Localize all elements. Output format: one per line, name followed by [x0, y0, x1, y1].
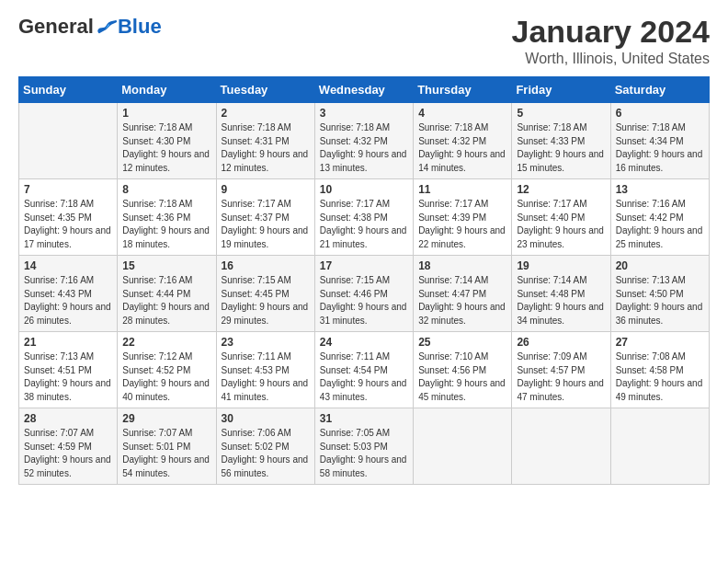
day-info: Sunrise: 7:17 AMSunset: 4:40 PMDaylight:… [517, 198, 605, 251]
calendar-cell: 20Sunrise: 7:13 AMSunset: 4:50 PMDayligh… [610, 256, 709, 332]
logo-general: General [18, 15, 94, 39]
day-info: Sunrise: 7:13 AMSunset: 4:50 PMDaylight:… [616, 274, 704, 327]
logo: General Blue [18, 15, 162, 39]
day-info: Sunrise: 7:18 AMSunset: 4:32 PMDaylight:… [418, 121, 506, 175]
day-info: Sunrise: 7:18 AMSunset: 4:30 PMDaylight:… [122, 121, 210, 175]
calendar-cell: 10Sunrise: 7:17 AMSunset: 4:38 PMDayligh… [314, 179, 413, 256]
day-number: 21 [24, 336, 112, 349]
day-info: Sunrise: 7:06 AMSunset: 5:02 PMDaylight:… [222, 427, 310, 480]
day-info: Sunrise: 7:16 AMSunset: 4:44 PMDaylight:… [122, 274, 210, 327]
calendar-container: General Blue January 2024 Worth, Illinoi… [0, 0, 728, 494]
day-info: Sunrise: 7:12 AMSunset: 4:52 PMDaylight:… [122, 350, 210, 404]
day-number: 29 [122, 412, 210, 425]
calendar-cell [512, 408, 610, 485]
day-info: Sunrise: 7:16 AMSunset: 4:42 PMDaylight:… [616, 198, 704, 251]
calendar-cell: 29Sunrise: 7:07 AMSunset: 5:01 PMDayligh… [118, 408, 216, 485]
calendar-cell: 30Sunrise: 7:06 AMSunset: 5:02 PMDayligh… [216, 408, 314, 485]
day-number: 5 [517, 107, 605, 120]
day-number: 9 [222, 183, 310, 196]
day-number: 4 [418, 107, 506, 120]
day-info: Sunrise: 7:17 AMSunset: 4:37 PMDaylight:… [222, 198, 310, 251]
calendar-cell: 2Sunrise: 7:18 AMSunset: 4:31 PMDaylight… [216, 103, 314, 179]
calendar-week-4: 21Sunrise: 7:13 AMSunset: 4:51 PMDayligh… [19, 332, 710, 408]
weekday-header-sunday: Sunday [19, 77, 118, 103]
day-number: 8 [122, 183, 210, 196]
calendar-cell [19, 103, 118, 179]
day-number: 15 [122, 259, 210, 272]
day-info: Sunrise: 7:18 AMSunset: 4:35 PMDaylight:… [24, 198, 112, 251]
day-number: 14 [24, 259, 112, 272]
calendar-cell: 13Sunrise: 7:16 AMSunset: 4:42 PMDayligh… [610, 179, 709, 256]
day-number: 18 [418, 259, 506, 272]
day-info: Sunrise: 7:07 AMSunset: 5:01 PMDaylight:… [122, 427, 210, 480]
calendar-cell: 11Sunrise: 7:17 AMSunset: 4:39 PMDayligh… [414, 179, 512, 256]
day-number: 23 [222, 336, 310, 349]
calendar-cell: 5Sunrise: 7:18 AMSunset: 4:33 PMDaylight… [512, 103, 610, 179]
calendar-cell: 9Sunrise: 7:17 AMSunset: 4:37 PMDaylight… [216, 179, 314, 256]
day-number: 28 [24, 412, 112, 425]
day-info: Sunrise: 7:15 AMSunset: 4:46 PMDaylight:… [320, 274, 408, 327]
weekday-header-saturday: Saturday [610, 77, 709, 103]
day-number: 25 [418, 336, 506, 349]
calendar-cell: 12Sunrise: 7:17 AMSunset: 4:40 PMDayligh… [512, 179, 610, 256]
day-info: Sunrise: 7:18 AMSunset: 4:36 PMDaylight:… [122, 198, 210, 251]
day-number: 20 [616, 259, 704, 272]
weekday-header-thursday: Thursday [414, 77, 512, 103]
calendar-cell: 26Sunrise: 7:09 AMSunset: 4:57 PMDayligh… [512, 332, 610, 408]
weekday-header-tuesday: Tuesday [216, 77, 314, 103]
weekday-header-wednesday: Wednesday [314, 77, 413, 103]
day-info: Sunrise: 7:10 AMSunset: 4:56 PMDaylight:… [418, 350, 506, 404]
calendar-cell: 7Sunrise: 7:18 AMSunset: 4:35 PMDaylight… [19, 179, 118, 256]
calendar-cell: 15Sunrise: 7:16 AMSunset: 4:44 PMDayligh… [118, 256, 216, 332]
calendar-cell: 8Sunrise: 7:18 AMSunset: 4:36 PMDaylight… [118, 179, 216, 256]
calendar-cell: 3Sunrise: 7:18 AMSunset: 4:32 PMDaylight… [314, 103, 413, 179]
calendar-cell: 21Sunrise: 7:13 AMSunset: 4:51 PMDayligh… [19, 332, 118, 408]
calendar-cell [414, 408, 512, 485]
logo-bird-icon [96, 18, 118, 35]
day-info: Sunrise: 7:08 AMSunset: 4:58 PMDaylight:… [616, 350, 704, 404]
calendar-cell: 19Sunrise: 7:14 AMSunset: 4:48 PMDayligh… [512, 256, 610, 332]
day-info: Sunrise: 7:16 AMSunset: 4:43 PMDaylight:… [24, 274, 112, 327]
day-number: 7 [24, 183, 112, 196]
day-number: 6 [616, 107, 704, 120]
day-number: 22 [122, 336, 210, 349]
day-number: 17 [320, 259, 408, 272]
day-number: 2 [222, 107, 310, 120]
day-info: Sunrise: 7:13 AMSunset: 4:51 PMDaylight:… [24, 350, 112, 404]
calendar-cell: 31Sunrise: 7:05 AMSunset: 5:03 PMDayligh… [314, 408, 413, 485]
weekday-header-monday: Monday [118, 77, 216, 103]
day-info: Sunrise: 7:18 AMSunset: 4:31 PMDaylight:… [222, 121, 310, 175]
day-info: Sunrise: 7:09 AMSunset: 4:57 PMDaylight:… [517, 350, 605, 404]
day-number: 24 [320, 336, 408, 349]
calendar-cell: 6Sunrise: 7:18 AMSunset: 4:34 PMDaylight… [610, 103, 709, 179]
day-info: Sunrise: 7:07 AMSunset: 4:59 PMDaylight:… [24, 427, 112, 480]
day-info: Sunrise: 7:17 AMSunset: 4:39 PMDaylight:… [418, 198, 506, 251]
day-info: Sunrise: 7:17 AMSunset: 4:38 PMDaylight:… [320, 198, 408, 251]
day-number: 12 [517, 183, 605, 196]
day-number: 30 [222, 412, 310, 425]
calendar-cell: 14Sunrise: 7:16 AMSunset: 4:43 PMDayligh… [19, 256, 118, 332]
calendar-cell: 18Sunrise: 7:14 AMSunset: 4:47 PMDayligh… [414, 256, 512, 332]
day-info: Sunrise: 7:18 AMSunset: 4:33 PMDaylight:… [517, 121, 605, 175]
calendar-week-5: 28Sunrise: 7:07 AMSunset: 4:59 PMDayligh… [19, 408, 710, 485]
day-info: Sunrise: 7:18 AMSunset: 4:32 PMDaylight:… [320, 121, 408, 175]
day-number: 3 [320, 107, 408, 120]
calendar-cell: 16Sunrise: 7:15 AMSunset: 4:45 PMDayligh… [216, 256, 314, 332]
day-info: Sunrise: 7:11 AMSunset: 4:53 PMDaylight:… [222, 350, 310, 404]
calendar-cell: 28Sunrise: 7:07 AMSunset: 4:59 PMDayligh… [19, 408, 118, 485]
calendar-cell: 24Sunrise: 7:11 AMSunset: 4:54 PMDayligh… [314, 332, 413, 408]
day-number: 27 [616, 336, 704, 349]
day-info: Sunrise: 7:18 AMSunset: 4:34 PMDaylight:… [616, 121, 704, 175]
calendar-cell: 4Sunrise: 7:18 AMSunset: 4:32 PMDaylight… [414, 103, 512, 179]
location-title: Worth, Illinois, United States [512, 51, 711, 67]
weekday-header-friday: Friday [512, 77, 610, 103]
calendar-cell: 1Sunrise: 7:18 AMSunset: 4:30 PMDaylight… [118, 103, 216, 179]
day-number: 10 [320, 183, 408, 196]
calendar-cell: 27Sunrise: 7:08 AMSunset: 4:58 PMDayligh… [610, 332, 709, 408]
calendar-cell: 23Sunrise: 7:11 AMSunset: 4:53 PMDayligh… [216, 332, 314, 408]
calendar-week-1: 1Sunrise: 7:18 AMSunset: 4:30 PMDaylight… [19, 103, 710, 179]
weekday-header-row: SundayMondayTuesdayWednesdayThursdayFrid… [19, 77, 710, 103]
calendar-week-3: 14Sunrise: 7:16 AMSunset: 4:43 PMDayligh… [19, 256, 710, 332]
month-title: January 2024 [512, 15, 711, 49]
day-info: Sunrise: 7:14 AMSunset: 4:47 PMDaylight:… [418, 274, 506, 327]
